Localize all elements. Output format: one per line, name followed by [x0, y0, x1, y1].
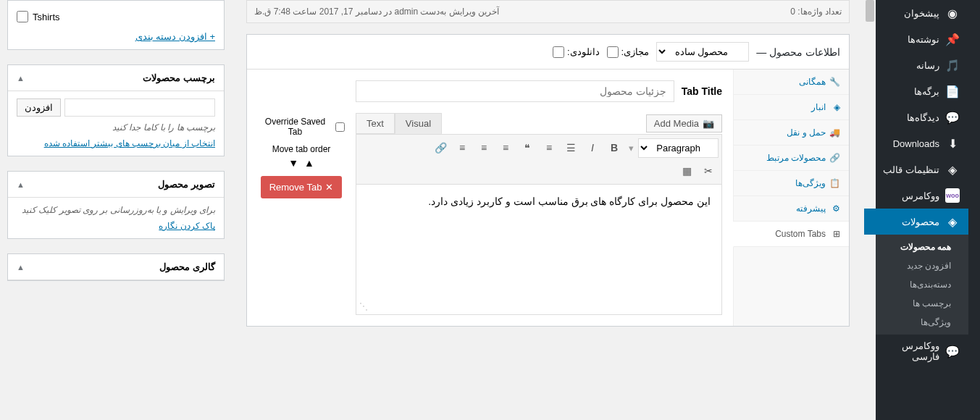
menu-downloads[interactable]: ⬇Downloads: [864, 130, 968, 156]
bold-button[interactable]: B: [604, 138, 624, 158]
main-content: تعداد واژه‌ها: 0 آخرین ویرایش به‌دست adm…: [232, 0, 864, 420]
link-icon: 🔗: [830, 153, 840, 163]
virtual-label[interactable]: مجازی:: [607, 46, 650, 58]
submenu-categories[interactable]: دسته‌بندی‌ها: [864, 275, 968, 294]
remove-tab-button[interactable]: ✕Remove Tab: [261, 176, 343, 198]
move-tab-controls: Move tab order ▲ ▼: [272, 144, 331, 169]
downloadable-checkbox[interactable]: [553, 46, 564, 58]
product-gallery-box: گالری محصول ▲: [7, 253, 225, 281]
grid-icon: ⊞: [830, 229, 840, 239]
product-type-select[interactable]: محصول ساده: [656, 42, 749, 62]
media-icon: 🎵: [945, 58, 960, 72]
downloadable-label[interactable]: دانلودی:: [553, 46, 600, 58]
italic-button[interactable]: I: [582, 138, 603, 158]
menu-media[interactable]: 🎵رسانه: [864, 52, 968, 78]
download-icon: ⬇: [945, 136, 960, 151]
tab-linked[interactable]: 🔗محصولات مرتبط: [734, 146, 849, 171]
add-media-button[interactable]: 📷Add Media: [646, 114, 722, 133]
unlink-button[interactable]: ✂: [698, 161, 719, 181]
submenu-attributes[interactable]: ویژگی‌ها: [864, 313, 968, 332]
gallery-toggle-icon[interactable]: ▲: [17, 263, 25, 272]
move-up-button[interactable]: ▲: [304, 157, 314, 169]
dropdown-icon: ▾: [629, 143, 634, 154]
bullet-list-button[interactable]: ☰: [561, 138, 581, 158]
virtual-checkbox[interactable]: [607, 46, 619, 58]
resize-handle-icon[interactable]: ⋰: [359, 301, 368, 311]
tag-input[interactable]: [64, 98, 215, 117]
tshirts-checkbox[interactable]: [17, 11, 28, 22]
tab-custom-tabs[interactable]: ⊞Custom Tabs: [733, 222, 849, 247]
menu-dashboard[interactable]: ◉پیشخوان: [864, 0, 968, 26]
image-toggle-icon[interactable]: ▲: [17, 180, 25, 189]
submenu-tags[interactable]: برچسب ها: [864, 294, 968, 313]
menu-products[interactable]: ◈محصولات: [864, 209, 968, 235]
menu-pages[interactable]: 📄برگه‌ها: [864, 78, 968, 104]
product-data-tabs: 🔧همگانی ◈انبار 🚚حمل و نقل 🔗محصولات مرتبط…: [733, 70, 849, 326]
settings-icon: ◈: [945, 162, 960, 177]
editor-toolbar: Paragraph ▾ B I ☰ ≡ ❝ ≡ ≡ ≡ 🔗: [356, 134, 722, 185]
text-tab-button[interactable]: Text: [356, 113, 395, 134]
editor-content-area[interactable]: این محصول برای کارگاه های برق مناسب است …: [356, 185, 722, 315]
word-count: تعداد واژه‌ها: 0: [790, 7, 842, 17]
pin-icon: 📌: [945, 32, 960, 46]
last-edit: آخرین ویرایش به‌دست admin در دسامبر 17, …: [254, 7, 499, 17]
toolbar-toggle-button[interactable]: ▦: [677, 161, 697, 181]
menu-posts[interactable]: 📌نوشته‌ها: [864, 26, 968, 52]
inventory-icon: ◈: [830, 102, 840, 112]
menu-woocommerce[interactable]: wooووکامرس: [864, 182, 968, 209]
menu-theme-settings[interactable]: ◈تنظیمات قالب: [864, 156, 968, 182]
camera-icon: 📷: [703, 118, 714, 129]
menu-woo-farsi[interactable]: 💬ووکامرس فارسی: [864, 335, 968, 368]
wrench-icon: 🔧: [830, 77, 840, 87]
remove-image-link[interactable]: پاک کردن نگاره: [17, 221, 215, 231]
tab-general[interactable]: 🔧همگانی: [734, 70, 849, 95]
tab-title-input[interactable]: [356, 80, 674, 102]
tab-shipping[interactable]: 🚚حمل و نقل: [734, 120, 849, 146]
move-down-button[interactable]: ▼: [288, 157, 298, 169]
image-hint: برای ویرایش و یا به‌روزرسانی بر روی تصوی…: [17, 205, 215, 215]
number-list-button[interactable]: ≡: [539, 138, 559, 158]
override-checkbox[interactable]: [335, 122, 345, 132]
comments-icon: 💬: [945, 110, 960, 125]
products-icon: ◈: [945, 214, 960, 229]
tab-title-label: Tab Title: [682, 85, 722, 97]
add-category-link[interactable]: + افزودن دسته بندی: [17, 31, 215, 42]
align-center-button[interactable]: ≡: [474, 138, 494, 158]
products-submenu: همه محصولات افزودن جدید دسته‌بندی‌ها برچ…: [864, 235, 968, 335]
product-data-box: اطلاعات محصول — محصول ساده مجازی: دانلود…: [246, 34, 850, 327]
list-icon: 📋: [830, 178, 840, 188]
format-select[interactable]: Paragraph: [638, 138, 719, 158]
image-box-title: تصویر محصول: [158, 179, 215, 190]
gallery-box-title: گالری محصول: [159, 261, 215, 272]
menu-comments[interactable]: 💬دیدگاه‌ها: [864, 104, 968, 130]
align-left-button[interactable]: ≡: [452, 138, 472, 158]
tab-attributes[interactable]: 📋ویژگی‌ها: [734, 171, 849, 196]
quote-button[interactable]: ❝: [517, 138, 537, 158]
editor-status-bar: تعداد واژه‌ها: 0 آخرین ویرایش به‌دست adm…: [246, 0, 850, 23]
align-right-button[interactable]: ≡: [495, 138, 516, 158]
product-tags-box: برچسب محصولات ▲ افزودن برچسب ها را با کا…: [7, 64, 225, 156]
dashboard-icon: ◉: [945, 6, 960, 20]
close-icon: ✕: [325, 182, 333, 193]
link-button[interactable]: 🔗: [430, 138, 451, 158]
truck-icon: 🚚: [830, 127, 840, 138]
tags-box-title: برچسب محصولات: [143, 72, 215, 83]
tab-inventory[interactable]: ◈انبار: [734, 95, 849, 120]
woo-icon: woo: [945, 188, 960, 203]
tab-side-controls: Override Saved Tab Move tab order ▲ ▼ ✕R…: [258, 80, 345, 315]
custom-tab-panel: Tab Title 📷Add Media Visual Text Paragra: [247, 70, 733, 326]
meta-boxes-sidebar: Tshirts + افزودن دسته بندی برچسب محصولات…: [0, 0, 232, 420]
tags-toggle-icon[interactable]: ▲: [17, 74, 25, 83]
submenu-add-new[interactable]: افزودن جدید: [864, 256, 968, 275]
visual-tab-button[interactable]: Visual: [395, 113, 442, 134]
override-checkbox-label[interactable]: Override Saved Tab: [258, 117, 345, 137]
categories-box: Tshirts + افزودن دسته بندی: [7, 0, 225, 50]
gear-icon: ⚙: [830, 203, 840, 214]
scrollbar-thumb[interactable]: [866, 0, 874, 22]
add-tag-button[interactable]: افزودن: [17, 98, 61, 117]
tab-advanced[interactable]: ⚙پیشرفته: [734, 196, 849, 222]
choose-tags-link[interactable]: انتخاب از میان برچسب های بیشتر استفاده ش…: [17, 138, 215, 148]
submenu-all-products[interactable]: همه محصولات: [864, 238, 968, 256]
product-data-header: اطلاعات محصول — محصول ساده مجازی: دانلود…: [247, 35, 849, 70]
woo-farsi-icon: 💬: [945, 344, 960, 358]
